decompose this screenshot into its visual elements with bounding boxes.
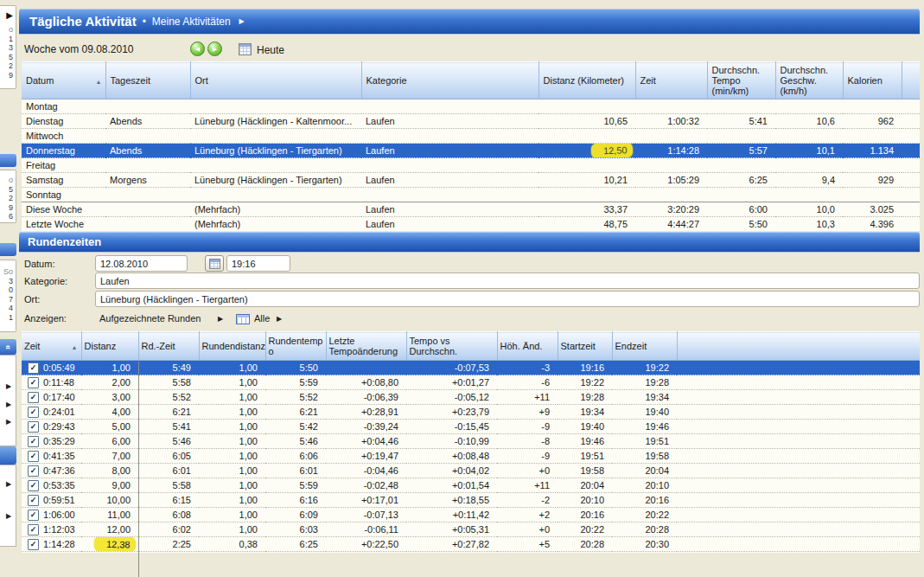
panel-header-fragment-2[interactable] [0,243,16,256]
lap-row[interactable]: 0:05:491,005:491,005:50-0:07,53-319:1619… [22,361,920,375]
lap-row[interactable]: 0:35:296,005:461,005:46+0:04,46-0:10,99-… [22,434,920,449]
col-header-endzeit[interactable]: Endzeit [612,332,677,361]
col-header-rundentempo[interactable]: Rundentempo [265,332,326,361]
activity-row[interactable]: Letzte Woche(Mehrfach)Laufen48,754:44:27… [22,217,920,232]
lap-cell-start: 19:51 [558,449,612,464]
activity-cell-kategorie: Laufen [361,114,538,129]
activity-row[interactable]: Diese Woche(Mehrfach)Laufen33,373:20:296… [22,202,920,217]
date-picker-button[interactable] [205,255,224,272]
checkbox-checked[interactable] [28,524,39,535]
activity-row[interactable]: SamstagMorgensLüneburg (Häcklingen - Tie… [22,173,920,188]
activity-row[interactable]: DonnerstagAbendsLüneburg (Häcklingen - T… [22,144,920,158]
link-arrow-icon[interactable]: ▶ [6,513,11,520]
lap-cell-letzte: +0:08,80 [326,375,406,390]
lap-cell-hoeh: -9 [497,449,558,464]
show-recorded-laps-link[interactable]: Aufgezeichnete Runden [99,313,201,324]
lap-row[interactable]: 0:24:014,006:211,006:21+0:28,91+0:23,79+… [22,405,920,420]
checkbox-checked[interactable] [28,392,39,403]
lap-row[interactable]: 0:47:368,006:011,006:01-0:04,46+0:04,02+… [22,464,920,478]
lap-cell-rdzeit: 5:52 [138,390,199,405]
location-field[interactable] [95,291,920,307]
activity-row[interactable]: Montag [22,99,920,114]
col-header-kalorien[interactable]: Kalorien [843,62,902,99]
checkbox-checked[interactable] [28,465,39,477]
checkbox-checked[interactable] [28,421,39,433]
show-all-link[interactable]: Alle [254,313,270,324]
date-field[interactable] [95,255,188,272]
lap-row[interactable]: 0:11:482,005:581,005:59+0:08,80+0:01,27-… [22,375,920,390]
lap-cell-rdist: 1,00 [199,478,265,493]
col-header-hoeh-aend[interactable]: Höh. Änd. [497,332,558,361]
activity-cell-tempo [707,158,775,173]
checkbox-checked[interactable] [28,480,39,491]
col-header-letzte-tempoaenderung[interactable]: Letzte Tempoänderung [326,332,406,361]
activity-row[interactable]: DienstagAbendsLüneburg (Häcklingen - Kal… [22,114,920,129]
lap-row[interactable]: 0:53:359,005:581,005:59-0:02,48+0:01,54+… [22,478,920,493]
col-header-rundendistanz[interactable]: Rundendistanz [199,332,265,361]
col-header-ort[interactable]: Ort [190,62,361,99]
today-button[interactable]: Heute [257,44,284,56]
time-field[interactable] [226,255,290,272]
col-header-zeit[interactable]: Zeit▲ [22,332,81,361]
checkbox-checked[interactable] [28,377,39,388]
calendar-digit: 3 [3,277,13,286]
lap-row[interactable]: 1:12:0312,006:021,006:03-0:06,11+0:05,31… [22,523,920,537]
lap-time-cell: 0:47:36 [26,464,77,478]
mini-calendar-fragment-2[interactable]: o5296 [0,170,16,223]
lap-row[interactable]: 0:17:403,005:521,005:52-0:06,39-0:05,12+… [22,390,920,405]
col-header-startzeit[interactable]: Startzeit [558,332,612,361]
calendar-digit: 5 [9,185,13,195]
expand-arrow-icon[interactable]: ▶ [6,10,13,20]
calendar-icon[interactable] [239,43,252,55]
col-header-distanz[interactable]: Distanz (Kilometer) [538,62,635,99]
recorded-laps-arrow-icon[interactable]: ▶ [218,315,223,323]
link-arrow-icon[interactable]: ▶ [6,401,11,408]
activity-cell-distanz [538,129,635,144]
lap-row[interactable]: 0:41:357,006:051,006:06+0:19,47+0:08,48-… [22,449,920,464]
mini-calendar-fragment-3[interactable]: So30741 [0,260,16,332]
collapse-bar[interactable]: « [0,339,16,355]
panel-header-fragment-3[interactable] [0,446,16,465]
lap-cell-ende: 19:51 [612,434,677,449]
subnav-my-activities[interactable]: Meine Aktivitäten [152,16,231,28]
lap-row[interactable]: 1:14:2812,382:250,386:25+0:22,50+0:27,82… [22,537,920,552]
col-header-rdzeit[interactable]: Rd.-Zeit [138,332,199,361]
next-week-button[interactable]: ▶ [207,42,222,56]
show-all-arrow-icon[interactable]: ▶ [277,315,282,323]
lap-cell-rdzeit: 5:41 [138,420,199,434]
activity-cell-datum: Mittwoch [22,129,105,144]
col-header-geschw[interactable]: Durchschn. Geschw. (km/h) [775,62,843,99]
col-header-tempo[interactable]: Durchschn. Tempo (min/km) [707,62,775,99]
prev-week-button[interactable]: ◀ [190,42,205,56]
subnav-arrow-icon[interactable]: ▶ [239,17,245,25]
link-arrow-icon[interactable]: ▶ [6,419,11,426]
panel-header-fragment-1[interactable] [0,154,16,167]
activity-cell-distanz: 10,65 [538,114,635,129]
checkbox-checked[interactable] [28,539,39,550]
checkbox-checked[interactable] [28,510,39,521]
activity-row[interactable]: Freitag [22,158,920,173]
checkbox-checked[interactable] [28,407,39,418]
checkbox-checked[interactable] [28,436,39,447]
lap-times-titlebar: Rundenzeiten [19,232,920,252]
checkbox-checked[interactable] [28,451,39,462]
activity-row[interactable]: Sonntag [22,188,920,202]
lap-row[interactable]: 1:06:0011,006:081,006:09-0:07,13+0:11,42… [22,508,920,523]
mini-calendar-fragment-1[interactable]: ▶ o13529 [0,5,16,89]
category-field[interactable] [95,272,920,289]
lap-row[interactable]: 0:29:435,005:411,005:42-0:39,24-0:15,45-… [22,420,920,434]
col-header-tageszeit[interactable]: Tageszeit [105,62,190,99]
link-arrow-icon[interactable]: ▶ [6,383,11,390]
link-arrow-icon[interactable]: ▶ [6,481,11,488]
activity-row[interactable]: Mittwoch [22,129,920,144]
calendar-digit: 4 [3,304,13,313]
col-header-distanz[interactable]: Distanz [81,332,138,361]
col-header-datum[interactable]: Datum▲ [22,62,105,99]
lap-cell-rdzeit: 5:58 [138,375,199,390]
lap-row[interactable]: 0:59:5110,006:151,006:16+0:17,01+0:18,55… [22,493,920,508]
col-header-zeit[interactable]: Zeit [635,62,707,99]
col-header-tempo-vs-durchschn[interactable]: Tempo vs Durchschn. [406,332,497,361]
col-header-kategorie[interactable]: Kategorie [361,62,538,99]
checkbox-checked[interactable] [28,362,39,374]
checkbox-checked[interactable] [28,495,39,506]
